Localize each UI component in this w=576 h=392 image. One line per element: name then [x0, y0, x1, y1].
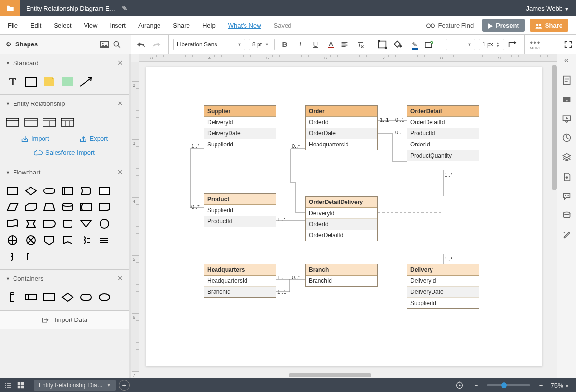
entity-header[interactable]: OrderDetailDelivery	[306, 197, 377, 208]
entity-field[interactable]: SupplierId	[204, 205, 276, 216]
menu-file[interactable]: File	[8, 22, 18, 29]
flowchart-shape-13[interactable]	[24, 218, 38, 230]
zoom-slider[interactable]	[487, 384, 530, 386]
container-shape-1[interactable]	[24, 291, 38, 303]
entity-header[interactable]: Delivery	[407, 264, 479, 276]
layers-icon[interactable]	[562, 153, 571, 161]
bold-icon[interactable]: B	[279, 40, 290, 48]
flowchart-shape-7[interactable]	[24, 202, 38, 213]
arrow-shape[interactable]	[79, 76, 93, 87]
line-routing-icon[interactable]	[508, 40, 519, 49]
flowchart-shape-18[interactable]	[6, 234, 19, 246]
entity-field[interactable]: OrderDetailId	[407, 117, 479, 128]
add-page-button[interactable]: +	[119, 380, 130, 391]
entity-headquarters[interactable]: HeadquartersHeadquartersIdBranchId	[204, 264, 276, 298]
underline-icon[interactable]: U	[310, 40, 321, 48]
slides-icon[interactable]	[562, 114, 572, 123]
cat-er-header[interactable]: ▼Entity Relationship ×	[0, 95, 129, 113]
flowchart-shape-24[interactable]	[6, 251, 19, 262]
block-shape[interactable]	[61, 76, 74, 87]
er-shape-3[interactable]	[43, 116, 56, 128]
entity-field[interactable]: DeliveryId	[407, 276, 479, 287]
container-shape-3[interactable]	[61, 291, 74, 303]
entity-field[interactable]: DeliveryDate	[204, 128, 276, 139]
fill-icon[interactable]	[393, 40, 405, 49]
entity-branch[interactable]: BranchBranchId	[305, 264, 378, 287]
folder-icon[interactable]	[0, 0, 20, 16]
entity-header[interactable]: Headquarters	[204, 264, 276, 276]
er-export[interactable]: Export	[79, 135, 108, 142]
container-shape-4[interactable]	[79, 291, 93, 303]
chat-icon[interactable]	[562, 192, 571, 200]
er-shape-1[interactable]	[6, 116, 19, 128]
note-shape[interactable]	[43, 76, 56, 87]
comments-icon[interactable]: ,,	[562, 96, 571, 103]
cat-flowchart-header[interactable]: ▼Flowchart ×	[0, 163, 129, 181]
menu-view[interactable]: View	[84, 22, 98, 29]
menu-select[interactable]: Select	[54, 22, 71, 29]
entity-field[interactable]: OrderDetailId	[306, 230, 377, 241]
grid-icon[interactable]	[17, 382, 31, 389]
close-icon[interactable]: ×	[117, 167, 123, 177]
close-icon[interactable]: ×	[117, 99, 123, 109]
scrollbar-horizontal[interactable]	[139, 372, 557, 378]
target-icon[interactable]	[456, 381, 469, 389]
flowchart-shape-4[interactable]	[79, 185, 93, 197]
flowchart-shape-19[interactable]	[24, 234, 38, 246]
undo-icon[interactable]	[136, 41, 148, 48]
feature-find[interactable]: Feature Find	[426, 22, 474, 29]
page[interactable]: SupplierDeliveryIdDeliveryDateSupplierId…	[146, 67, 542, 366]
zoom-level[interactable]: 75% ▼	[550, 382, 569, 389]
zoom-in-icon[interactable]: +	[534, 382, 547, 389]
fullscreen-icon[interactable]	[564, 41, 576, 48]
close-icon[interactable]: ×	[117, 274, 123, 284]
flowchart-shape-5[interactable]	[98, 185, 111, 197]
flowchart-shape-10[interactable]	[79, 202, 93, 213]
data-link-icon[interactable]	[562, 211, 571, 219]
italic-icon[interactable]: I	[294, 40, 306, 48]
entity-supplier[interactable]: SupplierDeliveryIdDeliveryDateSupplierId	[204, 105, 276, 150]
entity-field[interactable]: SupplierId	[204, 139, 276, 150]
menu-arrange[interactable]: Arrange	[138, 22, 160, 29]
canvas[interactable]: 3456789 234567 SupplierDeliveryIdDeliver…	[131, 54, 576, 378]
flowchart-shape-15[interactable]	[61, 218, 74, 230]
line-width-select[interactable]: 1 px ▲▼	[479, 39, 504, 50]
entity-field[interactable]: ProductQuantity	[407, 150, 479, 161]
menu-insert[interactable]: Insert	[110, 22, 126, 29]
flowchart-shape-21[interactable]	[61, 234, 74, 246]
entity-field[interactable]: OrderId	[306, 219, 377, 230]
menu-whatsnew[interactable]: What's New	[228, 22, 261, 29]
container-shape-0[interactable]	[6, 291, 19, 303]
text-shape[interactable]: T	[6, 76, 19, 87]
entity-field[interactable]: DeliveryId	[204, 117, 276, 128]
container-shape-2[interactable]	[43, 291, 56, 303]
clear-format-icon[interactable]	[356, 41, 368, 48]
container-shape-5[interactable]	[98, 291, 111, 303]
shapes-panel[interactable]: ▼Standard × T ▼Entity Relationship ×	[0, 54, 131, 378]
entity-field[interactable]: HeadquartersId	[204, 276, 276, 287]
flowchart-shape-6[interactable]	[6, 202, 19, 213]
outline-icon[interactable]	[4, 382, 17, 389]
entity-header[interactable]: Order	[306, 106, 377, 117]
flowchart-shape-16[interactable]	[79, 218, 93, 230]
fontsize-select[interactable]: 8 pt▼	[249, 39, 275, 50]
font-select[interactable]: Liberation Sans▼	[173, 39, 245, 50]
entity-field[interactable]: OrderDate	[306, 128, 377, 139]
scrollbar-vertical[interactable]	[552, 62, 557, 323]
edit-title-icon[interactable]: ✎	[122, 4, 128, 12]
er-salesforce[interactable]: Salesforce Import	[34, 149, 95, 156]
search-shapes-icon[interactable]	[113, 40, 125, 49]
zoom-out-icon[interactable]: −	[469, 382, 483, 389]
shape-options-icon[interactable]	[424, 40, 436, 49]
user-menu[interactable]: James Webb▼	[519, 5, 576, 12]
flowchart-shape-11[interactable]	[98, 202, 111, 213]
collapse-dock-icon[interactable]: «	[564, 56, 569, 65]
entity-delivery[interactable]: DeliveryDeliveryIdDeliveryDateSupplierId	[407, 264, 479, 309]
entity-field[interactable]: OrderId	[306, 117, 377, 128]
line-style-select[interactable]: ▼	[446, 39, 475, 50]
text-color-icon[interactable]: A	[325, 40, 337, 48]
er-shape-2[interactable]	[24, 116, 38, 128]
document-title[interactable]: Entity Relationship Diagram Exa…	[20, 5, 122, 12]
rect-shape[interactable]	[24, 76, 38, 87]
entity-field[interactable]: BranchId	[204, 287, 276, 297]
